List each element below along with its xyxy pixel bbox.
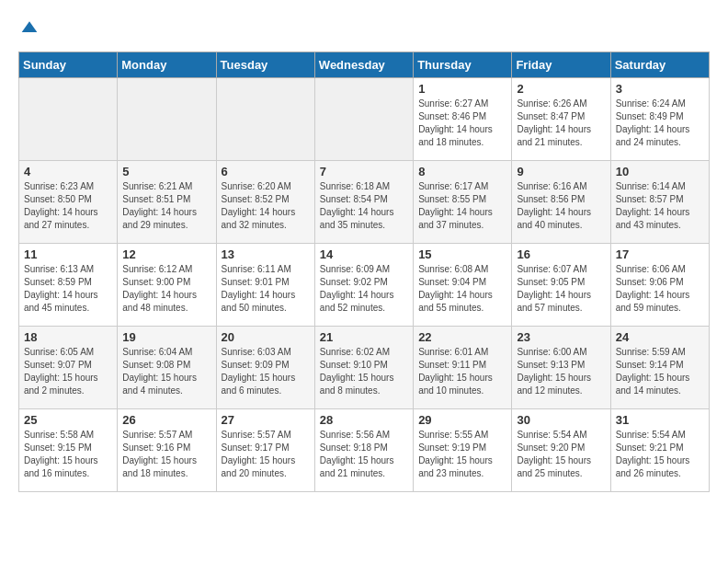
day-number: 2 [517,82,605,96]
day-info: Sunrise: 6:14 AMSunset: 8:57 PMDaylight:… [616,180,704,232]
day-info: Sunrise: 6:18 AMSunset: 8:54 PMDaylight:… [320,180,408,232]
day-info: Sunrise: 6:21 AMSunset: 8:51 PMDaylight:… [122,180,210,232]
day-info: Sunrise: 5:57 AMSunset: 9:16 PMDaylight:… [122,429,210,480]
day-number: 19 [122,330,210,344]
day-cell: 20Sunrise: 6:03 AMSunset: 9:09 PMDayligh… [216,327,314,409]
weekday-saturday: Saturday [610,52,709,78]
day-number: 5 [122,165,210,178]
day-number: 1 [418,82,506,96]
weekday-tuesday: Tuesday [216,52,314,78]
day-info: Sunrise: 6:08 AMSunset: 9:04 PMDaylight:… [418,263,506,315]
day-cell: 25Sunrise: 5:58 AMSunset: 9:15 PMDayligh… [19,409,118,492]
week-row-2: 4Sunrise: 6:23 AMSunset: 8:50 PMDaylight… [19,161,710,244]
day-cell [216,78,314,161]
day-cell: 7Sunrise: 6:18 AMSunset: 8:54 PMDaylight… [314,161,413,244]
day-cell: 12Sunrise: 6:12 AMSunset: 9:00 PMDayligh… [118,244,216,327]
day-cell: 28Sunrise: 5:56 AMSunset: 9:18 PMDayligh… [314,409,413,492]
day-number: 14 [320,247,408,261]
day-cell: 10Sunrise: 6:14 AMSunset: 8:57 PMDayligh… [610,161,709,244]
day-number: 31 [616,413,704,427]
day-number: 17 [616,247,704,261]
day-number: 28 [320,413,408,427]
weekday-sunday: Sunday [19,52,118,78]
day-cell: 19Sunrise: 6:04 AMSunset: 9:08 PMDayligh… [118,327,216,409]
day-cell: 6Sunrise: 6:20 AMSunset: 8:52 PMDaylight… [216,161,314,244]
day-cell: 17Sunrise: 6:06 AMSunset: 9:06 PMDayligh… [610,244,709,327]
weekday-wednesday: Wednesday [314,52,413,78]
day-cell: 24Sunrise: 5:59 AMSunset: 9:14 PMDayligh… [610,327,709,409]
day-info: Sunrise: 5:59 AMSunset: 9:14 PMDaylight:… [616,346,704,397]
week-row-3: 11Sunrise: 6:13 AMSunset: 8:59 PMDayligh… [19,244,710,327]
svg-marker-0 [22,21,38,32]
day-info: Sunrise: 5:56 AMSunset: 9:18 PMDaylight:… [320,429,408,480]
day-number: 27 [222,413,310,427]
day-info: Sunrise: 5:57 AMSunset: 9:17 PMDaylight:… [222,429,310,480]
day-cell: 11Sunrise: 6:13 AMSunset: 8:59 PMDayligh… [19,244,118,327]
day-number: 13 [222,247,310,261]
day-info: Sunrise: 6:23 AMSunset: 8:50 PMDaylight:… [24,180,112,232]
day-cell: 18Sunrise: 6:05 AMSunset: 9:07 PMDayligh… [19,327,118,409]
day-number: 9 [517,165,605,178]
day-info: Sunrise: 6:27 AMSunset: 8:46 PMDaylight:… [418,98,506,149]
day-info: Sunrise: 6:20 AMSunset: 8:52 PMDaylight:… [222,180,310,232]
day-cell: 2Sunrise: 6:26 AMSunset: 8:47 PMDaylight… [512,78,610,161]
day-info: Sunrise: 5:58 AMSunset: 9:15 PMDaylight:… [24,429,112,480]
day-cell [19,78,118,161]
day-info: Sunrise: 6:09 AMSunset: 9:02 PMDaylight:… [320,263,408,315]
day-info: Sunrise: 6:26 AMSunset: 8:47 PMDaylight:… [517,98,605,149]
day-cell [314,78,413,161]
day-number: 7 [320,165,408,178]
day-number: 8 [418,165,506,178]
day-number: 30 [517,413,605,427]
day-cell: 26Sunrise: 5:57 AMSunset: 9:16 PMDayligh… [118,409,216,492]
weekday-monday: Monday [118,52,216,78]
day-info: Sunrise: 6:16 AMSunset: 8:56 PMDaylight:… [517,180,605,232]
weekday-thursday: Thursday [414,52,512,78]
day-cell: 1Sunrise: 6:27 AMSunset: 8:46 PMDaylight… [414,78,512,161]
day-number: 20 [222,330,310,344]
day-cell: 15Sunrise: 6:08 AMSunset: 9:04 PMDayligh… [414,244,512,327]
day-info: Sunrise: 6:00 AMSunset: 9:13 PMDaylight:… [517,346,605,397]
day-info: Sunrise: 5:54 AMSunset: 9:20 PMDaylight:… [517,429,605,480]
day-number: 24 [616,330,704,344]
day-info: Sunrise: 6:24 AMSunset: 8:49 PMDaylight:… [616,98,704,149]
day-cell: 8Sunrise: 6:17 AMSunset: 8:55 PMDaylight… [414,161,512,244]
day-info: Sunrise: 6:17 AMSunset: 8:55 PMDaylight:… [418,180,506,232]
day-info: Sunrise: 6:12 AMSunset: 9:00 PMDaylight:… [122,263,210,315]
day-number: 10 [616,165,704,178]
week-row-4: 18Sunrise: 6:05 AMSunset: 9:07 PMDayligh… [19,327,710,409]
day-number: 22 [418,330,506,344]
day-cell: 16Sunrise: 6:07 AMSunset: 9:05 PMDayligh… [512,244,610,327]
day-number: 4 [24,165,112,178]
day-cell: 13Sunrise: 6:11 AMSunset: 9:01 PMDayligh… [216,244,314,327]
day-cell: 23Sunrise: 6:00 AMSunset: 9:13 PMDayligh… [512,327,610,409]
day-number: 12 [122,247,210,261]
day-cell [118,78,216,161]
day-number: 6 [222,165,310,178]
day-cell: 14Sunrise: 6:09 AMSunset: 9:02 PMDayligh… [314,244,413,327]
day-cell: 4Sunrise: 6:23 AMSunset: 8:50 PMDaylight… [19,161,118,244]
calendar-table: SundayMondayTuesdayWednesdayThursdayFrid… [18,52,710,492]
day-cell: 21Sunrise: 6:02 AMSunset: 9:10 PMDayligh… [314,327,413,409]
day-cell: 3Sunrise: 6:24 AMSunset: 8:49 PMDaylight… [610,78,709,161]
day-number: 25 [24,413,112,427]
day-info: Sunrise: 6:11 AMSunset: 9:01 PMDaylight:… [222,263,310,315]
day-number: 11 [24,247,112,261]
day-info: Sunrise: 6:06 AMSunset: 9:06 PMDaylight:… [616,263,704,315]
day-number: 21 [320,330,408,344]
week-row-1: 1Sunrise: 6:27 AMSunset: 8:46 PMDaylight… [19,78,710,161]
day-info: Sunrise: 6:04 AMSunset: 9:08 PMDaylight:… [122,346,210,397]
page-header [18,18,710,37]
day-info: Sunrise: 6:01 AMSunset: 9:11 PMDaylight:… [418,346,506,397]
day-cell: 5Sunrise: 6:21 AMSunset: 8:51 PMDaylight… [118,161,216,244]
day-info: Sunrise: 6:03 AMSunset: 9:09 PMDaylight:… [222,346,310,397]
day-number: 26 [122,413,210,427]
day-cell: 30Sunrise: 5:54 AMSunset: 9:20 PMDayligh… [512,409,610,492]
day-info: Sunrise: 6:07 AMSunset: 9:05 PMDaylight:… [517,263,605,315]
day-number: 23 [517,330,605,344]
day-number: 15 [418,247,506,261]
day-cell: 31Sunrise: 5:54 AMSunset: 9:21 PMDayligh… [610,409,709,492]
day-number: 16 [517,247,605,261]
day-number: 3 [616,82,704,96]
day-cell: 27Sunrise: 5:57 AMSunset: 9:17 PMDayligh… [216,409,314,492]
